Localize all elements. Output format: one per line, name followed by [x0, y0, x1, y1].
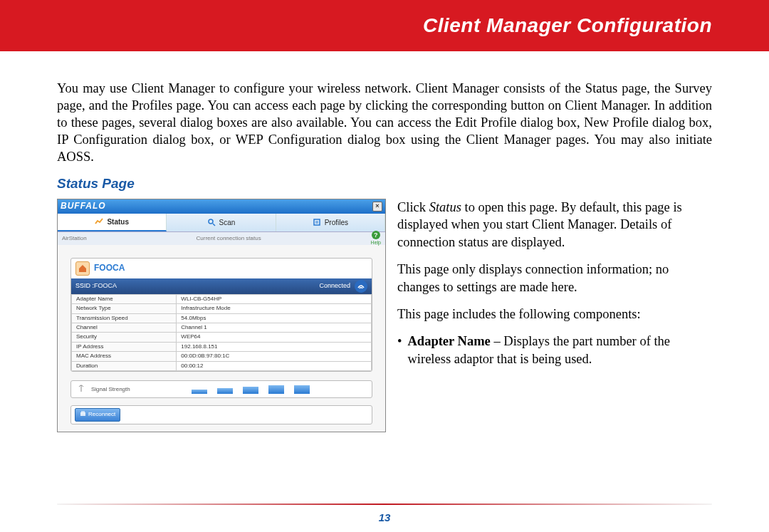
info-value: 192.168.8.151	[177, 342, 372, 351]
tab-status-label: Status	[107, 217, 129, 226]
tab-scan[interactable]: Scan	[167, 214, 276, 231]
info-value: 00:0D:0B:97:80:1C	[177, 352, 372, 361]
bullet-term: Adapter Name	[407, 334, 490, 348]
svg-line-1	[213, 224, 215, 226]
table-row: SecurityWEP64	[72, 333, 372, 342]
status-icon	[95, 217, 103, 226]
signal-bars	[136, 385, 366, 394]
table-row: IP Address192.168.8.151	[72, 342, 372, 351]
right-p1: Click Status to open this page. By defau…	[397, 199, 712, 251]
window-titlebar: BUFFALO ×	[58, 199, 385, 214]
table-row: Network TypeInfrastructure Mode	[72, 304, 372, 313]
brand-logo: BUFFALO	[61, 201, 106, 212]
right-column: Click Status to open this page. By defau…	[397, 199, 712, 367]
svg-rect-7	[81, 411, 85, 413]
intro-paragraph: You may use Client Manager to configure …	[57, 80, 712, 165]
network-name: FOOCA	[94, 263, 125, 274]
table-row: ChannelChannel 1	[72, 323, 372, 333]
close-icon[interactable]: ×	[372, 202, 382, 212]
client-manager-window: BUFFALO × Status Scan	[57, 199, 386, 432]
info-key: IP Address	[72, 342, 177, 351]
help-icon[interactable]: ?	[372, 231, 380, 239]
table-row: Duration00:00:12	[72, 361, 372, 370]
content-area: You may use Client Manager to configure …	[0, 51, 769, 432]
house-icon	[75, 261, 90, 276]
footer-divider	[57, 504, 712, 505]
table-row: Adapter NameWLI-CB-G54HP	[72, 294, 372, 303]
subbar-center: Current connection status	[197, 235, 261, 242]
bullet-dot: •	[397, 333, 402, 367]
info-rows: Adapter NameWLI-CB-G54HPNetwork TypeInfr…	[72, 294, 372, 370]
page-title: Client Manager Configuration	[423, 14, 712, 37]
tab-status[interactable]: Status	[58, 214, 167, 231]
profiles-icon	[313, 218, 321, 226]
section-heading: Status Page	[57, 175, 712, 193]
signal-strength-row: Signal Strength	[70, 380, 372, 398]
table-row: MAC Address00:0D:0B:97:80:1C	[72, 352, 372, 361]
right-p3: This page includes the following compone…	[397, 306, 712, 323]
info-value: WLI-CB-G54HP	[177, 294, 372, 303]
reconnect-icon	[80, 410, 86, 419]
info-key: Transmission Speed	[72, 313, 177, 323]
page-number: 13	[0, 511, 769, 523]
tab-profiles[interactable]: Profiles	[276, 214, 385, 231]
info-key: Adapter Name	[72, 294, 177, 303]
help-label: Help	[371, 239, 381, 246]
svg-rect-2	[314, 219, 320, 225]
reconnect-button[interactable]: Reconnect	[75, 408, 120, 421]
svg-point-0	[209, 219, 213, 224]
connection-info-table: Adapter NameWLI-CB-G54HPNetwork TypeInfr…	[71, 294, 372, 371]
subbar-left: AirStation	[62, 235, 87, 242]
bottom-bar: Reconnect	[70, 405, 372, 424]
header-banner: Client Manager Configuration	[0, 0, 769, 51]
search-icon	[207, 218, 216, 226]
info-key: MAC Address	[72, 352, 177, 361]
info-value: WEP64	[177, 333, 372, 342]
info-value: Channel 1	[177, 323, 372, 333]
info-value: 54.0Mbps	[177, 313, 372, 323]
wireless-icon	[355, 280, 367, 293]
connection-panel: FOOCA SSID :FOOCA Connected Adapter Name…	[70, 258, 372, 372]
tab-scan-label: Scan	[219, 218, 236, 227]
tab-bar: Status Scan Profiles	[58, 214, 385, 232]
info-value: Infrastructure Mode	[177, 304, 372, 313]
sub-bar: AirStation Current connection status ? H…	[58, 232, 385, 245]
info-key: Duration	[72, 361, 177, 370]
right-p2: This page only displays connection infor…	[397, 261, 712, 296]
ssid-label: SSID :FOOCA	[75, 282, 117, 291]
reconnect-label: Reconnect	[88, 411, 115, 418]
ssid-bar: SSID :FOOCA Connected	[71, 278, 372, 294]
info-value: 00:00:12	[177, 361, 372, 370]
connection-status: Connected	[319, 282, 350, 291]
status-emphasis: Status	[429, 200, 461, 214]
tab-profiles-label: Profiles	[325, 218, 348, 227]
info-key: Network Type	[72, 304, 177, 313]
bullet-adapter-name: • Adapter Name – Displays the part numbe…	[397, 333, 712, 367]
antenna-icon	[77, 384, 85, 395]
table-row: Transmission Speed54.0Mbps	[72, 313, 372, 323]
signal-label: Signal Strength	[91, 386, 130, 393]
info-key: Security	[72, 333, 177, 342]
info-key: Channel	[72, 323, 177, 333]
